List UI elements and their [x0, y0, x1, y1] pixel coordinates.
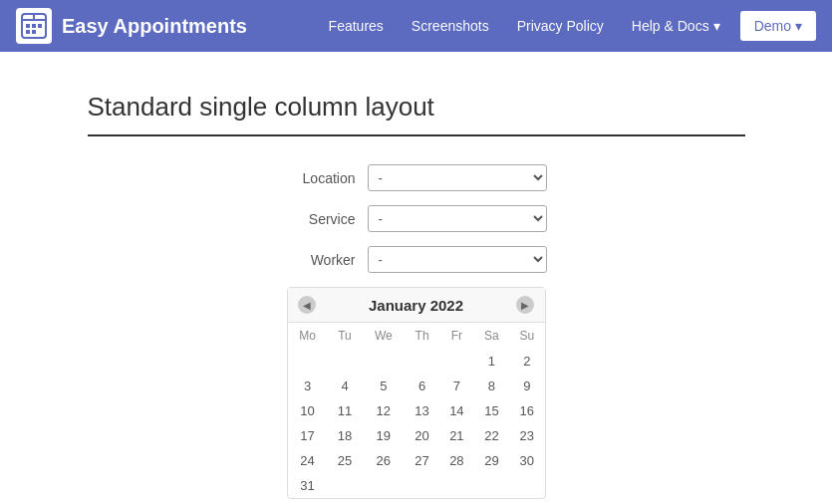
- main-content: Standard single column layout Location -…: [68, 92, 765, 499]
- calendar-day-cell[interactable]: 7: [439, 374, 474, 398]
- calendar-day-cell[interactable]: 14: [439, 398, 474, 423]
- calendar-day-cell[interactable]: 25: [328, 448, 363, 473]
- calendar-day-cell[interactable]: 29: [474, 448, 509, 473]
- calendar-day-cell[interactable]: 30: [509, 448, 544, 473]
- calendar-day-header: Mo: [288, 323, 328, 349]
- calendar-week-row: 17181920212223: [288, 423, 545, 448]
- calendar-day-cell[interactable]: 27: [405, 448, 439, 473]
- title-divider: [88, 134, 745, 136]
- svg-rect-7: [32, 30, 36, 34]
- calendar-day-cell: [328, 473, 363, 498]
- svg-rect-6: [26, 30, 30, 34]
- calendar-day-cell: [405, 473, 439, 498]
- calendar-day-header: Su: [509, 323, 544, 349]
- calendar-table: MoTuWeThFrSaSu 1234567891011121314151617…: [288, 323, 545, 498]
- worker-row: Worker -: [88, 246, 745, 273]
- svg-rect-4: [32, 24, 36, 28]
- next-month-button[interactable]: ▶: [516, 296, 534, 314]
- calendar-day-header: Tu: [328, 323, 363, 349]
- nav-help[interactable]: Help & Docs ▾: [620, 10, 732, 42]
- calendar-thead: MoTuWeThFrSaSu: [288, 323, 545, 349]
- calendar-day-header: Th: [405, 323, 439, 349]
- calendar-day-cell[interactable]: 28: [439, 448, 474, 473]
- logo-text: Easy Appointments: [62, 15, 247, 38]
- worker-label: Worker: [286, 252, 356, 268]
- calendar-wrapper: ◀ January 2022 ▶ MoTuWeThFrSaSu 12345678…: [88, 287, 745, 499]
- calendar-day-cell: [288, 349, 328, 374]
- demo-button[interactable]: Demo ▾: [740, 11, 816, 41]
- service-label: Service: [286, 211, 356, 227]
- calendar-week-row: 12: [288, 349, 545, 374]
- nav-features[interactable]: Features: [317, 10, 396, 42]
- calendar-day-cell[interactable]: 3: [288, 374, 328, 398]
- calendar-day-header: We: [362, 323, 405, 349]
- calendar-day-cell[interactable]: 31: [288, 473, 328, 498]
- calendar-day-cell[interactable]: 9: [509, 374, 544, 398]
- calendar-week-row: 31: [288, 473, 545, 498]
- prev-month-button[interactable]: ◀: [298, 296, 316, 314]
- calendar-week-row: 24252627282930: [288, 448, 545, 473]
- calendar-day-cell: [362, 473, 405, 498]
- logo-icon: [16, 8, 52, 44]
- calendar-day-cell[interactable]: 17: [288, 423, 328, 448]
- calendar-day-cell: [474, 473, 509, 498]
- location-label: Location: [286, 170, 356, 186]
- calendar-day-cell[interactable]: 13: [405, 398, 439, 423]
- calendar-day-cell[interactable]: 21: [439, 423, 474, 448]
- calendar-header: ◀ January 2022 ▶: [288, 288, 545, 323]
- main-nav: Features Screenshots Privacy Policy Help…: [317, 10, 732, 42]
- location-select[interactable]: -: [368, 164, 547, 191]
- site-header: Easy Appointments Features Screenshots P…: [0, 0, 832, 52]
- calendar-day-cell[interactable]: 10: [288, 398, 328, 423]
- calendar-day-cell[interactable]: 20: [405, 423, 439, 448]
- chevron-down-icon: ▾: [795, 18, 802, 34]
- calendar-day-cell[interactable]: 22: [474, 423, 509, 448]
- calendar-day-cell: [439, 349, 474, 374]
- calendar-day-cell[interactable]: 24: [288, 448, 328, 473]
- worker-select[interactable]: -: [368, 246, 547, 273]
- calendar-day-cell[interactable]: 4: [328, 374, 363, 398]
- calendar-day-cell[interactable]: 16: [509, 398, 544, 423]
- logo-area: Easy Appointments: [16, 8, 317, 44]
- calendar-day-cell[interactable]: 18: [328, 423, 363, 448]
- calendar-day-cell[interactable]: 5: [362, 374, 405, 398]
- calendar-week-row: 10111213141516: [288, 398, 545, 423]
- calendar-day-cell: [405, 349, 439, 374]
- page-title: Standard single column layout: [88, 92, 745, 123]
- calendar-day-cell: [362, 349, 405, 374]
- calendar-day-header: Sa: [474, 323, 509, 349]
- calendar-day-cell: [509, 473, 544, 498]
- calendar-week-row: 3456789: [288, 374, 545, 398]
- location-row: Location -: [88, 164, 745, 191]
- calendar-day-cell: [328, 349, 363, 374]
- calendar-day-cell[interactable]: 8: [474, 374, 509, 398]
- nav-screenshots[interactable]: Screenshots: [400, 10, 501, 42]
- calendar-day-header: Fr: [439, 323, 474, 349]
- svg-rect-3: [26, 24, 30, 28]
- calendar-month-year: January 2022: [369, 297, 463, 314]
- calendar: ◀ January 2022 ▶ MoTuWeThFrSaSu 12345678…: [287, 287, 546, 499]
- calendar-tbody: 1234567891011121314151617181920212223242…: [288, 349, 545, 498]
- nav-privacy[interactable]: Privacy Policy: [505, 10, 616, 42]
- calendar-day-cell[interactable]: 23: [509, 423, 544, 448]
- service-select[interactable]: -: [368, 205, 547, 232]
- service-row: Service -: [88, 205, 745, 232]
- calendar-day-cell[interactable]: 19: [362, 423, 405, 448]
- calendar-day-cell[interactable]: 2: [509, 349, 544, 374]
- calendar-day-cell[interactable]: 11: [328, 398, 363, 423]
- calendar-day-cell[interactable]: 26: [362, 448, 405, 473]
- chevron-down-icon: ▾: [713, 18, 720, 34]
- calendar-days-row: MoTuWeThFrSaSu: [288, 323, 545, 349]
- calendar-day-cell[interactable]: 12: [362, 398, 405, 423]
- calendar-day-cell[interactable]: 15: [474, 398, 509, 423]
- calendar-day-cell: [439, 473, 474, 498]
- svg-rect-5: [38, 24, 42, 28]
- calendar-day-cell[interactable]: 1: [474, 349, 509, 374]
- calendar-day-cell[interactable]: 6: [405, 374, 439, 398]
